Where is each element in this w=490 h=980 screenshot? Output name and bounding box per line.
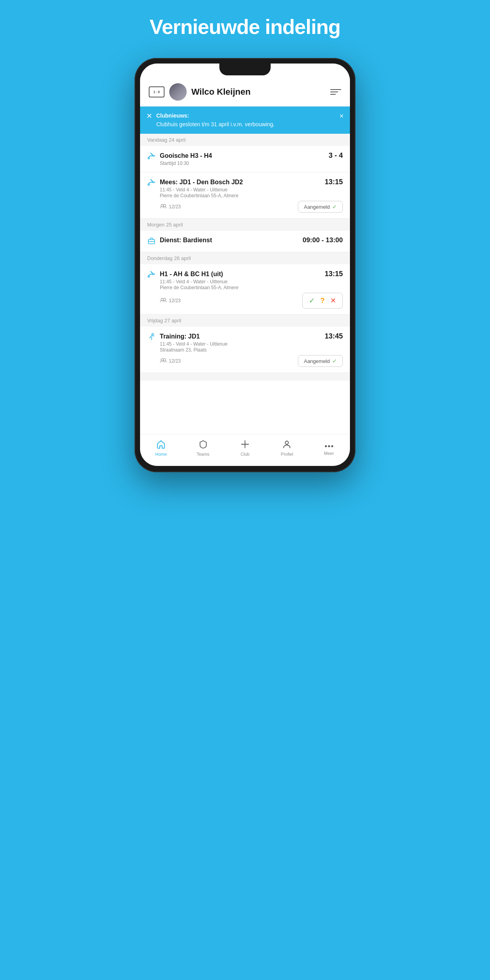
svg-point-20: [285, 441, 288, 444]
svg-point-10: [148, 276, 150, 277]
teams-icon: [198, 440, 208, 450]
players-count: 12/23: [169, 298, 181, 303]
event-address: Straatnaam 23, Plaats: [160, 347, 343, 353]
event-item: Gooische H3 - H4 3 - 4 Starttijd 10:30: [140, 146, 350, 172]
players-info: 12/23: [160, 358, 181, 364]
svg-line-2: [151, 153, 152, 155]
running-icon: [147, 333, 156, 343]
check-icon: ✓: [332, 358, 337, 364]
svg-point-15: [152, 333, 153, 335]
page-title: Vernieuwde indeling: [150, 16, 340, 38]
svg-point-23: [331, 445, 333, 447]
event-score: 3 - 4: [329, 151, 343, 160]
svg-point-14: [163, 298, 166, 301]
svg-point-3: [148, 184, 150, 185]
news-text: Clubnieuws: Clubhuis gesloten t/m 31 apr…: [156, 112, 335, 128]
date-header-tomorrow: Morgen 25 april: [140, 219, 350, 231]
event-detail1: 11:45 - Veld 4 - Water - Uittenue: [160, 341, 343, 347]
date-header-thursday: Donderdag 26 april: [140, 252, 350, 264]
players-info: 12/23: [160, 204, 181, 210]
players-info: 12/23: [160, 297, 181, 304]
rsvp-button[interactable]: ✓ ? ✕: [302, 293, 343, 309]
hockey-icon: [147, 152, 156, 161]
event-item: Training: JD1 13:45 11:45 - Veld 4 - Wat…: [140, 327, 350, 373]
header-username: Wilco Kleijnen: [191, 87, 325, 97]
event-address: Pierre de Coubertinlaan 55-A, Almere: [160, 193, 343, 198]
news-label: Clubnieuws:: [156, 112, 335, 120]
news-dismiss-icon[interactable]: ✕: [146, 112, 152, 120]
svg-point-16: [161, 359, 163, 361]
svg-line-5: [151, 180, 152, 181]
event-time: 13:15: [325, 178, 343, 186]
phone-frame: 1:0 Wilco Kleijnen ✕ Clubnieuws: Clubhui…: [135, 58, 355, 472]
players-icon: [160, 358, 167, 364]
nav-meer[interactable]: Meer: [308, 438, 350, 458]
nav-profiel[interactable]: Profiel: [266, 438, 308, 458]
svg-point-0: [148, 157, 150, 159]
players-count: 12/23: [169, 358, 181, 364]
nav-profiel-label: Profiel: [281, 452, 293, 456]
date-header-friday: Vrijdag 27 april: [140, 314, 350, 327]
phone-screen: 1:0 Wilco Kleijnen ✕ Clubnieuws: Clubhui…: [140, 64, 350, 466]
nav-teams-label: Teams: [196, 452, 209, 456]
event-time: 13:15: [325, 270, 343, 278]
nav-home[interactable]: Home: [140, 438, 182, 458]
players-count: 12/23: [169, 204, 181, 209]
svg-point-21: [325, 445, 327, 447]
date-header-today: Vandaag 24 april: [140, 134, 350, 146]
event-time: 13:45: [325, 332, 343, 340]
news-close-button[interactable]: ×: [339, 112, 344, 120]
nav-club-label: Club: [241, 452, 250, 456]
event-title: Gooische H3 - H4: [160, 152, 212, 159]
nav-home-label: Home: [155, 452, 167, 456]
filter-icon[interactable]: [330, 88, 341, 96]
schedule-content: Vandaag 24 april Gooisc: [140, 134, 350, 434]
svg-line-12: [151, 271, 152, 273]
event-address: Pierre de Coubertinlaan 55-A, Almere: [160, 285, 343, 290]
event-title: Training: JD1: [160, 333, 200, 340]
news-message: Clubhuis gesloten t/m 31 april i.v.m. ve…: [156, 121, 275, 127]
event-detail1: 11:45 - Veld 4 - Water - Uittenue: [160, 187, 343, 193]
players-icon: [160, 204, 167, 210]
event-title: Mees: JD1 - Den Bosch JD2: [160, 179, 243, 186]
nav-club[interactable]: Club: [224, 438, 266, 458]
avatar[interactable]: [169, 83, 187, 101]
hockey-icon: [147, 271, 156, 280]
score-icon[interactable]: 1:0: [149, 86, 165, 97]
svg-point-17: [163, 359, 166, 361]
club-icon: [241, 440, 249, 450]
profiel-icon: [282, 440, 291, 450]
aangemeld-button[interactable]: Aangemeld ✓: [298, 201, 343, 213]
svg-point-7: [163, 204, 166, 207]
rsvp-no-icon[interactable]: ✕: [330, 296, 336, 305]
event-detail1: 11:45 - Veld 4 - Water - Uittenue: [160, 279, 343, 284]
meer-icon: [324, 440, 334, 449]
svg-point-13: [161, 298, 163, 301]
event-item: Mees: JD1 - Den Bosch JD2 13:15 11:45 - …: [140, 172, 350, 219]
home-icon: [156, 440, 166, 450]
nav-meer-label: Meer: [324, 451, 334, 456]
news-banner: ✕ Clubnieuws: Clubhuis gesloten t/m 31 a…: [140, 107, 350, 134]
event-title: Dienst: Bardienst: [160, 237, 212, 244]
event-title: H1 - AH & BC H1 (uit): [160, 271, 223, 278]
players-icon: [160, 297, 167, 304]
event-item: H1 - AH & BC H1 (uit) 13:15 11:45 - Veld…: [140, 264, 350, 314]
briefcase-icon: [147, 237, 156, 246]
svg-point-22: [328, 445, 330, 447]
event-time-range: 09:00 - 13:00: [303, 236, 343, 244]
nav-teams[interactable]: Teams: [182, 438, 224, 458]
aangemeld-button[interactable]: Aangemeld ✓: [298, 355, 343, 367]
bottom-nav: Home Teams Club: [140, 434, 350, 466]
phone-notch: [219, 64, 271, 75]
event-subtitle: Starttijd 10:30: [160, 161, 343, 166]
svg-point-6: [161, 204, 163, 207]
event-item: Dienst: Bardienst 09:00 - 13:00: [140, 231, 350, 252]
rsvp-yes-icon[interactable]: ✓: [309, 296, 315, 305]
rsvp-maybe-icon[interactable]: ?: [320, 297, 325, 305]
spacer: [140, 373, 350, 381]
check-icon: ✓: [332, 204, 337, 210]
hockey-icon: [147, 179, 156, 188]
